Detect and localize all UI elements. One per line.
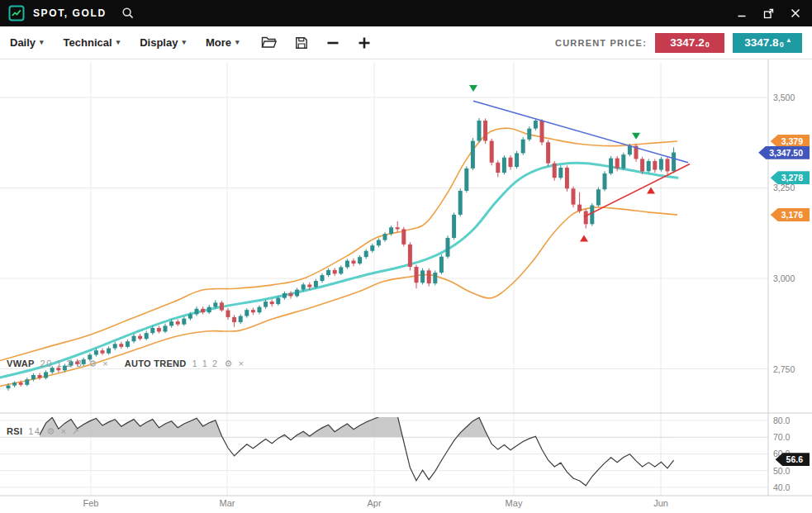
axis-badge-vwap: 3,278 [771, 171, 810, 184]
menu-more[interactable]: More ▾ [206, 36, 240, 49]
plus-icon [358, 36, 371, 50]
chevron-down-icon: ▾ [182, 39, 186, 46]
window-controls [737, 8, 800, 19]
folder-open-icon [261, 36, 277, 49]
menu-display[interactable]: Display ▾ [140, 36, 186, 49]
menu-technical-label: Technical [64, 36, 112, 49]
main-indicator-legend: VWAP 20 1 2 3 ⚙ × AUTO TREND 1 1 2 ⚙ × [7, 359, 244, 368]
close-button[interactable] [791, 8, 800, 18]
menu-display-label: Display [140, 36, 178, 49]
axis-badge-lower-band: 3,176 [771, 208, 810, 221]
chevron-down-icon: ▾ [40, 39, 44, 46]
autotrend-legend-params: 1 1 2 [192, 359, 219, 368]
autotrend-legend: AUTO TREND 1 1 2 ⚙ × [125, 359, 244, 368]
ask-price-value: 3347.8 [744, 36, 778, 49]
symbol-title: SPOT, GOLD [33, 7, 107, 19]
menu-technical[interactable]: Technical ▾ [64, 36, 121, 49]
vwap-legend-params: 20 1 2 3 [40, 359, 83, 368]
titlebar: SPOT, GOLD [0, 0, 812, 26]
ask-price-badge[interactable]: 3347.8 0 ▴ [733, 33, 802, 53]
menu-daily-label: Daily [10, 36, 36, 49]
autotrend-settings-gear-icon[interactable]: ⚙ [225, 359, 233, 368]
zoom-in-button[interactable] [358, 36, 371, 50]
save-floppy-icon [295, 36, 308, 50]
chart-area: 3,5003,2503,0002,750 80.070.060.050.040.… [0, 59, 812, 513]
vwap-legend: VWAP 20 1 2 3 ⚙ × [7, 359, 108, 368]
autotrend-remove-icon[interactable]: × [238, 359, 243, 368]
price-up-arrow-icon: ▴ [787, 36, 791, 44]
bid-price-pip: 0 [705, 40, 710, 49]
rsi-indicator-legend: RSI 14 ⚙ × ↗ [7, 426, 79, 436]
vwap-settings-gear-icon[interactable]: ⚙ [88, 359, 97, 368]
minus-icon [326, 36, 340, 50]
rsi-settings-gear-icon[interactable]: ⚙ [47, 427, 55, 436]
menu-more-label: More [206, 36, 231, 49]
chevron-down-icon: ▾ [116, 39, 121, 46]
axis-badge-current-price: 3,347.50 [758, 146, 810, 159]
zoom-out-button[interactable] [326, 36, 340, 50]
autotrend-legend-name: AUTO TREND [125, 359, 187, 368]
ask-price-pip: 0 [780, 40, 784, 49]
rsi-legend-params: 14 [28, 426, 40, 436]
current-price-label: CURRENT PRICE: [555, 38, 647, 48]
save-button[interactable] [295, 36, 308, 50]
rsi-expand-icon[interactable]: ↗ [72, 427, 79, 436]
minimize-button[interactable] [737, 8, 747, 18]
vwap-remove-icon[interactable]: × [102, 359, 107, 368]
bid-price-badge[interactable]: 3347.2 0 [655, 33, 724, 53]
rsi-remove-icon[interactable]: × [60, 427, 65, 436]
popout-button[interactable] [763, 8, 774, 19]
app-logo-icon [8, 5, 25, 21]
bid-price-value: 3347.2 [670, 36, 704, 49]
menu-timeframe-daily[interactable]: Daily ▾ [10, 36, 44, 49]
axis-badge-upper-band: 3,379 [771, 135, 810, 148]
vwap-legend-name: VWAP [7, 359, 35, 368]
toolbar: Daily ▾ Technical ▾ Display ▾ More ▾ [0, 26, 812, 59]
chevron-down-icon: ▾ [235, 39, 240, 46]
open-layout-button[interactable] [261, 36, 277, 49]
search-icon[interactable] [121, 7, 135, 20]
current-price-area: CURRENT PRICE: 3347.2 0 3347.8 0 ▴ [555, 33, 802, 53]
rsi-legend-name: RSI [7, 426, 22, 436]
chart-canvas[interactable] [0, 59, 812, 513]
rsi-legend: RSI 14 ⚙ × ↗ [7, 426, 79, 436]
toolbar-icon-group [261, 36, 371, 50]
